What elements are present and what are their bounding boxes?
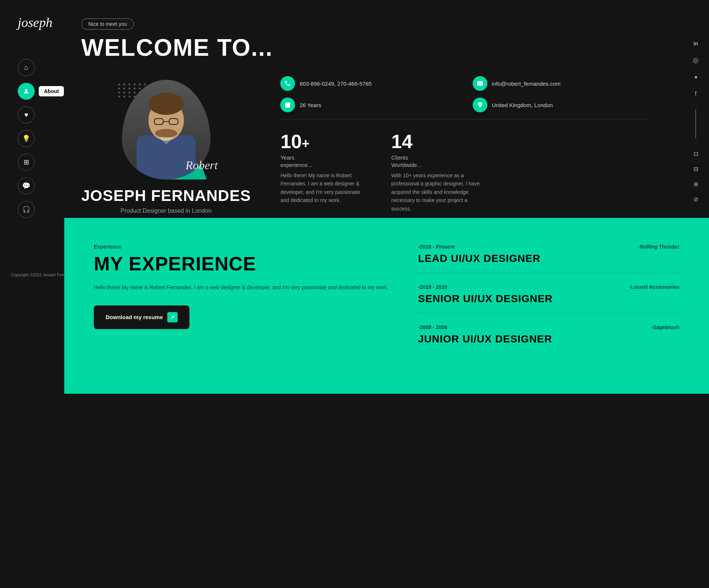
phone-text: 603-896-0249, 270-466-5765	[299, 81, 371, 87]
job-title-2: JUNIOR UI/UX DESIGNER	[418, 333, 679, 345]
detail-info-row: 26 Years United Kingdom, London	[280, 98, 650, 112]
about-tooltip: About	[39, 86, 64, 96]
main-content: Nice to meet you WELCOME TO...	[81, 18, 650, 247]
location-text: United Kingdom, London	[492, 102, 553, 108]
profile-image-wrap: Robert	[114, 76, 218, 180]
experience-section: Experience MY EXPERIENCE Hello there! My…	[64, 218, 709, 394]
clients-stat: 14 ClientsWorldwide... With 10+ years ex…	[391, 130, 480, 213]
phone-icon	[280, 76, 295, 91]
stats-row: 10+ Yearsexperience... Hello there! My n…	[280, 130, 650, 213]
profile-name: JOSEPH FERNANDES	[81, 187, 251, 205]
info-divider	[280, 119, 650, 119]
svg-rect-11	[285, 103, 291, 108]
sidebar-item-home[interactable]: ⌂	[18, 59, 35, 76]
job-header-0: -2018 - Present -Rolling Thunder	[418, 244, 679, 250]
location-icon	[473, 98, 487, 112]
age-icon	[280, 98, 295, 112]
sidebar-item-portfolio[interactable]: ⊞	[18, 154, 35, 171]
tool4-icon[interactable]: ⊘	[693, 196, 698, 203]
tool2-icon[interactable]: ⊟	[693, 165, 698, 172]
job-header-1: -2018 - 2010 -Locost Accessories	[418, 284, 679, 290]
job-title-0: LEAD UI/UX DESIGNER	[418, 253, 679, 264]
right-tools: ⊡ ⊟ ⊕ ⊘	[693, 150, 698, 203]
job-period-1: -2018 - 2010	[418, 284, 447, 290]
experience-label: Yearsexperience...	[280, 154, 369, 168]
clients-label: ClientsWorldwide...	[391, 154, 480, 168]
welcome-heading: WELCOME TO...	[81, 34, 650, 61]
tool3-icon[interactable]: ⊕	[693, 181, 698, 188]
email-text: info@robert_fernandes.com	[492, 81, 561, 87]
experience-desc: Hello there! My name is Robert Fernandes…	[94, 283, 388, 292]
experience-stat: 10+ Yearsexperience... Hello there! My n…	[280, 130, 369, 213]
experience-desc: Hello there! My name is Robert Fernandes…	[280, 171, 369, 205]
clients-desc: With 10+ years experience as a professio…	[391, 171, 480, 213]
instagram-icon[interactable]: ◎	[693, 56, 699, 64]
svg-point-8	[155, 129, 177, 138]
right-sidebar: in ◎ ✦ f ⊡ ⊟ ⊕ ⊘	[693, 41, 699, 203]
twitter-icon[interactable]: ✦	[693, 74, 698, 81]
job-item-0: -2018 - Present -Rolling Thunder LEAD UI…	[418, 244, 679, 273]
experience-label-tag: Experience	[94, 244, 388, 250]
facebook-icon[interactable]: f	[695, 90, 696, 97]
sidebar-item-contact[interactable]: 💬	[18, 177, 35, 194]
contact-info-row: 603-896-0249, 270-466-5765 info@robert_f…	[280, 76, 650, 91]
profile-title: Product Designer based in London	[121, 208, 212, 214]
experience-right: -2018 - Present -Rolling Thunder LEAD UI…	[418, 244, 679, 364]
job-company-0: -Rolling Thunder	[638, 244, 679, 250]
experience-left: Experience MY EXPERIENCE Hello there! My…	[94, 244, 388, 364]
download-resume-button[interactable]: Download my resume ↗	[94, 305, 189, 329]
job-header-2: -2008 - 2006 -Sagebrush	[418, 324, 679, 330]
nice-badge: Nice to meet you	[81, 18, 134, 30]
age-item: 26 Years	[280, 98, 458, 112]
job-company-1: -Locost Accessories	[629, 284, 679, 290]
left-sidebar: ⌂ About ♥ 💡 ⊞ 💬 🎧	[18, 59, 35, 218]
sidebar-item-settings[interactable]: 🎧	[18, 201, 35, 218]
phone-item: 603-896-0249, 270-466-5765	[280, 76, 458, 91]
experience-plus: +	[302, 136, 309, 151]
job-title-1: SENIOR UI/UX DESIGNER	[418, 293, 679, 305]
tool1-icon[interactable]: ⊡	[693, 150, 698, 157]
job-period-2: -2008 - 2006	[418, 324, 447, 330]
svg-point-4	[148, 93, 184, 115]
email-icon	[473, 76, 487, 91]
sidebar-item-skills[interactable]: ♥	[18, 106, 35, 123]
svg-point-0	[25, 89, 27, 91]
experience-number: 10	[280, 131, 302, 152]
logo: joseph	[18, 15, 52, 30]
sidebar-item-ideas[interactable]: 💡	[18, 130, 35, 147]
job-item-1: -2018 - 2010 -Locost Accessories SENIOR …	[418, 284, 679, 313]
profile-signature: Robert	[186, 158, 218, 172]
email-item: info@robert_fernandes.com	[473, 76, 650, 91]
age-text: 26 Years	[299, 102, 321, 108]
job-company-2: -Sagebrush	[651, 324, 679, 330]
right-divider	[695, 109, 696, 139]
clients-number: 14	[391, 131, 412, 152]
resume-arrow-icon: ↗	[167, 312, 178, 322]
experience-heading: MY EXPERIENCE	[94, 253, 388, 274]
location-item: United Kingdom, London	[473, 98, 650, 112]
linkedin-icon[interactable]: in	[693, 41, 698, 47]
job-item-2: -2008 - 2006 -Sagebrush JUNIOR UI/UX DES…	[418, 324, 679, 353]
job-period-0: -2018 - Present	[418, 244, 455, 250]
sidebar-item-about[interactable]: About	[18, 83, 35, 100]
